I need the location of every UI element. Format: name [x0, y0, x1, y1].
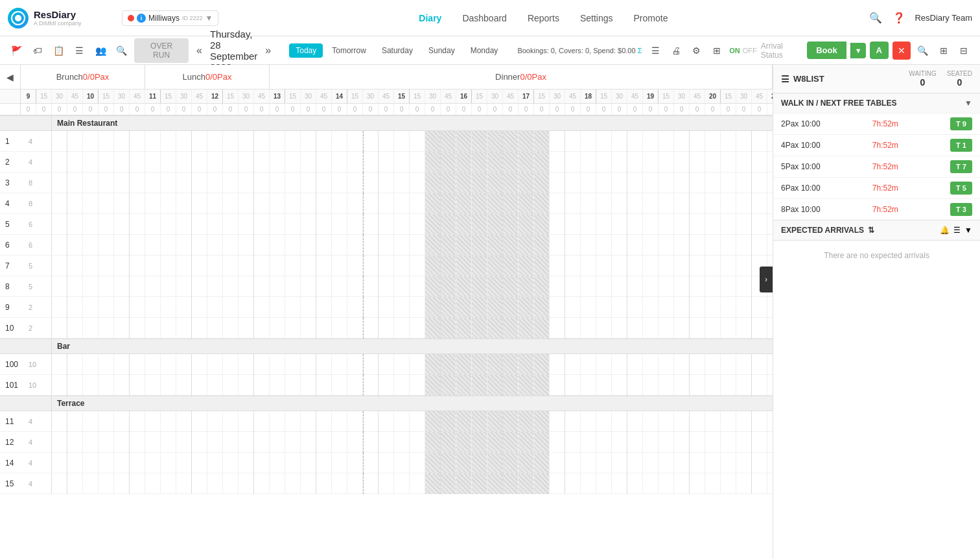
slot-4-20[interactable]	[363, 193, 379, 214]
slot-101-28[interactable]	[487, 375, 503, 396]
print-icon[interactable]: 🖨	[668, 42, 684, 60]
slot-10-12[interactable]	[239, 318, 254, 339]
slot-1-18[interactable]	[332, 131, 347, 152]
slot-2-29[interactable]	[503, 152, 519, 172]
slot-2-7[interactable]	[161, 152, 176, 172]
slot-10-7[interactable]	[161, 318, 176, 339]
slot-1-15[interactable]	[285, 131, 301, 152]
slot-10-42[interactable]	[705, 318, 721, 339]
slot-15-17[interactable]	[316, 473, 332, 494]
slot-5-37[interactable]	[627, 214, 643, 235]
slot-7-11[interactable]	[223, 256, 239, 276]
slot-100-38[interactable]	[643, 354, 659, 375]
slot-6-3[interactable]	[99, 235, 114, 256]
slot-101-7[interactable]	[161, 375, 176, 396]
slot-100-19[interactable]	[347, 354, 363, 375]
slot-3-26[interactable]	[456, 172, 472, 193]
slot-7-18[interactable]	[332, 256, 347, 276]
slot-12-46[interactable]	[767, 432, 773, 453]
slot-11-18[interactable]	[332, 411, 347, 432]
slot-6-5[interactable]	[130, 235, 145, 256]
slot-101-12[interactable]	[239, 375, 254, 396]
slot-101-40[interactable]	[674, 375, 690, 396]
slot-5-41[interactable]	[690, 214, 705, 235]
slot-6-21[interactable]	[379, 235, 394, 256]
slot-2-19[interactable]	[347, 152, 363, 172]
slot-10-30[interactable]	[519, 318, 534, 339]
slot-14-1[interactable]	[67, 453, 83, 473]
slot-1-26[interactable]	[456, 131, 472, 152]
tab-today[interactable]: Today	[289, 43, 323, 58]
slot-15-41[interactable]	[690, 473, 705, 494]
slot-101-19[interactable]	[347, 375, 363, 396]
slot-6-11[interactable]	[223, 235, 239, 256]
slot-9-16[interactable]	[301, 297, 316, 318]
slot-7-37[interactable]	[627, 256, 643, 276]
slot-15-23[interactable]	[410, 473, 425, 494]
slot-5-13[interactable]	[254, 214, 270, 235]
slot-6-35[interactable]	[596, 235, 612, 256]
slot-14-37[interactable]	[627, 453, 643, 473]
slot-100-5[interactable]	[130, 354, 145, 375]
slot-7-12[interactable]	[239, 256, 254, 276]
slot-10-5[interactable]	[130, 318, 145, 339]
slot-100-14[interactable]	[270, 354, 285, 375]
slot-4-33[interactable]	[565, 193, 581, 214]
slot-15-37[interactable]	[627, 473, 643, 494]
slot-5-6[interactable]	[145, 214, 161, 235]
slot-11-3[interactable]	[99, 411, 114, 432]
slot-1-29[interactable]	[503, 131, 519, 152]
slot-14-24[interactable]	[425, 453, 441, 473]
slot-2-45[interactable]	[752, 152, 767, 172]
slot-8-30[interactable]	[519, 276, 534, 297]
slot-14-9[interactable]	[192, 453, 207, 473]
nav-settings[interactable]: Settings	[580, 13, 613, 23]
book-button[interactable]: Book	[807, 42, 846, 59]
slot-6-26[interactable]	[456, 235, 472, 256]
slot-101-27[interactable]	[472, 375, 487, 396]
walkin-table-btn-3[interactable]: T 5	[950, 182, 972, 195]
slot-5-3[interactable]	[99, 214, 114, 235]
slot-9-17[interactable]	[316, 297, 332, 318]
slot-14-42[interactable]	[705, 453, 721, 473]
slot-2-20[interactable]	[363, 152, 379, 172]
slot-5-5[interactable]	[130, 214, 145, 235]
slot-11-34[interactable]	[581, 411, 596, 432]
slot-12-9[interactable]	[192, 432, 207, 453]
slot-11-15[interactable]	[285, 411, 301, 432]
slot-7-13[interactable]	[254, 256, 270, 276]
slot-8-37[interactable]	[627, 276, 643, 297]
slot-3-8[interactable]	[176, 172, 192, 193]
slot-2-11[interactable]	[223, 152, 239, 172]
slot-3-11[interactable]	[223, 172, 239, 193]
slot-1-5[interactable]	[130, 131, 145, 152]
slot-12-19[interactable]	[347, 432, 363, 453]
slot-3-21[interactable]	[379, 172, 394, 193]
slot-4-19[interactable]	[347, 193, 363, 214]
slot-12-25[interactable]	[441, 432, 456, 453]
slot-3-15[interactable]	[285, 172, 301, 193]
slot-11-17[interactable]	[316, 411, 332, 432]
slot-4-41[interactable]	[690, 193, 705, 214]
slot-2-33[interactable]	[565, 152, 581, 172]
slot-14-40[interactable]	[674, 453, 690, 473]
slot-14-28[interactable]	[487, 453, 503, 473]
slot-5-14[interactable]	[270, 214, 285, 235]
slot-14-23[interactable]	[410, 453, 425, 473]
slot-10-40[interactable]	[674, 318, 690, 339]
slot-15-20[interactable]	[363, 473, 379, 494]
slot-15-6[interactable]	[145, 473, 161, 494]
slot-8-7[interactable]	[161, 276, 176, 297]
slot-10-11[interactable]	[223, 318, 239, 339]
slot-14-34[interactable]	[581, 453, 596, 473]
slot-9-0[interactable]	[52, 297, 67, 318]
tab-sunday[interactable]: Sunday	[422, 43, 461, 58]
nav-promote[interactable]: Promote	[634, 13, 668, 23]
slot-5-27[interactable]	[472, 214, 487, 235]
slot-12-22[interactable]	[394, 432, 410, 453]
tab-tomorrow[interactable]: Tomorrow	[325, 43, 373, 58]
slot-100-43[interactable]	[721, 354, 736, 375]
slot-100-6[interactable]	[145, 354, 161, 375]
slot-1-39[interactable]	[659, 131, 674, 152]
slot-12-5[interactable]	[130, 432, 145, 453]
